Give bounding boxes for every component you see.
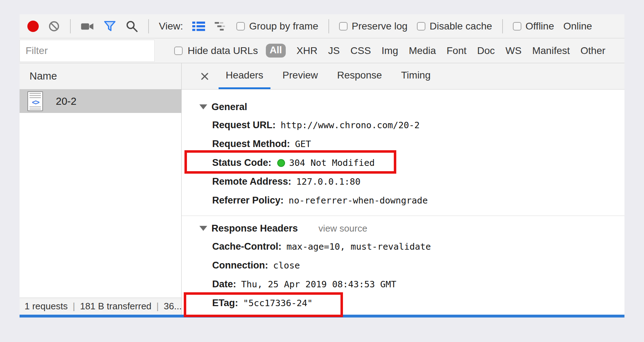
disable-cache-option[interactable]: Disable cache <box>417 21 492 32</box>
summary-separator: | <box>156 301 159 312</box>
header-row-status-code: Status Code: 304 Not Modified <box>212 153 624 172</box>
tab-preview[interactable]: Preview <box>275 63 325 89</box>
request-name: 20-2 <box>56 96 76 107</box>
filter-bar: Hide data URLs All XHR JS CSS Img Media … <box>20 38 624 63</box>
disable-cache-checkbox[interactable] <box>417 22 425 31</box>
preserve-log-checkbox[interactable] <box>339 22 348 31</box>
header-value: GET <box>295 139 311 149</box>
hide-data-urls-label: Hide data URLs <box>188 45 258 56</box>
filter-type-css[interactable]: CSS <box>350 45 371 56</box>
filter-type-xhr[interactable]: XHR <box>296 45 317 56</box>
summary-separator: | <box>73 301 75 312</box>
header-value: no-referrer-when-downgrade <box>289 195 428 206</box>
view-waterfall-icon[interactable] <box>214 21 227 32</box>
offline-label: Offline <box>526 21 554 32</box>
header-label: ETag: <box>212 298 238 309</box>
offline-checkbox[interactable] <box>513 22 521 31</box>
summary-truncated: 36... <box>164 301 181 312</box>
response-headers-section-title: Response Headers <box>211 223 298 234</box>
header-label: Referrer Policy: <box>212 195 284 206</box>
header-value: close <box>273 260 300 271</box>
clear-icon[interactable] <box>48 20 60 32</box>
header-row-referrer-policy: Referrer Policy: no-referrer-when-downgr… <box>212 191 624 210</box>
toolbar-separator <box>502 19 503 33</box>
requests-count: 1 requests <box>25 301 68 312</box>
request-row[interactable]: <> 20-2 <box>20 89 181 113</box>
header-label: Remote Address: <box>212 176 291 187</box>
network-main-area: Name <> 20-2 1 requests | 181 B transfer… <box>20 63 624 315</box>
filter-type-media[interactable]: Media <box>409 45 436 56</box>
preserve-log-label: Preserve log <box>352 21 408 32</box>
filter-type-manifest[interactable]: Manifest <box>532 45 570 56</box>
section-divider <box>182 216 624 216</box>
bottom-accent-line <box>20 315 624 317</box>
header-row-date: Date: Thu, 25 Apr 2019 08:43:53 GMT <box>212 275 624 294</box>
filter-type-font[interactable]: Font <box>447 45 467 56</box>
record-icon[interactable] <box>27 21 39 32</box>
disable-cache-label: Disable cache <box>430 21 492 32</box>
toolbar-separator <box>70 19 71 33</box>
view-list-icon[interactable] <box>192 21 205 32</box>
header-value: 304 Not Modified <box>289 158 375 168</box>
network-toolbar: View: Group by frame Preserve log <box>20 14 624 38</box>
group-by-frame-option[interactable]: Group by frame <box>236 21 318 32</box>
filter-type-all[interactable]: All <box>266 44 286 58</box>
view-label: View: <box>159 21 183 32</box>
toolbar-separator <box>328 19 329 33</box>
header-value: max-age=10, must-revalidate <box>286 241 431 252</box>
request-list-panel: Name <> 20-2 1 requests | 181 B transfer… <box>20 63 181 315</box>
header-value: http://www.chrono.com/20-2 <box>281 120 420 130</box>
filter-funnel-icon[interactable] <box>103 20 116 33</box>
header-label: Connection: <box>212 260 268 271</box>
screenshot-camera-icon[interactable] <box>81 21 94 32</box>
request-list-empty-space <box>20 113 181 298</box>
header-label: Date: <box>212 279 236 290</box>
code-brackets-glyph: <> <box>32 99 39 105</box>
header-row-connection: Connection: close <box>212 256 624 275</box>
transferred-size: 181 B transferred <box>80 301 151 312</box>
header-value: "5cc17336-24" <box>243 298 313 308</box>
general-section-header[interactable]: General <box>199 98 624 116</box>
search-icon[interactable] <box>125 20 138 33</box>
header-label: Status Code: <box>212 157 272 168</box>
offline-option[interactable]: Offline <box>513 21 554 32</box>
header-row-cache-control: Cache-Control: max-age=10, must-revalida… <box>212 237 624 256</box>
preserve-log-option[interactable]: Preserve log <box>339 21 408 32</box>
filter-type-other[interactable]: Other <box>580 45 605 56</box>
devtools-network-panel: View: Group by frame Preserve log <box>20 14 624 317</box>
close-icon[interactable] <box>196 63 214 89</box>
header-value: Thu, 25 Apr 2019 08:43:53 GMT <box>241 279 397 289</box>
filter-type-doc[interactable]: Doc <box>477 45 495 56</box>
tab-response[interactable]: Response <box>330 63 389 89</box>
filter-input[interactable] <box>20 40 155 62</box>
general-section-title: General <box>211 102 247 113</box>
headers-content: General Request URL: http://www.chrono.c… <box>182 89 624 315</box>
tab-headers[interactable]: Headers <box>219 63 270 89</box>
filter-type-ws[interactable]: WS <box>505 45 521 56</box>
view-source-link[interactable]: view source <box>318 223 367 234</box>
header-label: Request Method: <box>212 139 290 150</box>
response-headers-section-header[interactable]: Response Headers view source <box>199 219 624 237</box>
network-summary-bar: 1 requests | 181 B transferred | 36... <box>20 298 181 315</box>
group-by-frame-checkbox[interactable] <box>236 22 245 31</box>
document-icon: <> <box>27 91 43 111</box>
filter-type-img[interactable]: Img <box>382 45 398 56</box>
hide-data-urls-checkbox[interactable] <box>174 47 183 55</box>
header-row-request-url: Request URL: http://www.chrono.com/20-2 <box>212 116 624 135</box>
group-by-frame-label: Group by frame <box>249 21 318 32</box>
throttling-dropdown[interactable]: Online <box>563 21 592 32</box>
toolbar-separator <box>148 19 149 33</box>
detail-tabs: Headers Preview Response Timing <box>182 63 624 89</box>
header-row-remote-address: Remote Address: 127.0.0.1:80 <box>212 172 624 191</box>
filter-type-js[interactable]: JS <box>328 45 340 56</box>
tab-timing[interactable]: Timing <box>394 63 438 89</box>
status-green-dot-icon <box>277 159 285 167</box>
name-column-header[interactable]: Name <box>20 63 181 89</box>
header-label: Cache-Control: <box>212 241 281 252</box>
request-detail-panel: Headers Preview Response Timing General … <box>181 63 624 315</box>
header-row-request-method: Request Method: GET <box>212 135 624 153</box>
header-value: 127.0.0.1:80 <box>296 177 361 187</box>
collapse-triangle-icon[interactable] <box>199 226 207 231</box>
hide-data-urls-option[interactable]: Hide data URLs <box>174 45 258 56</box>
collapse-triangle-icon[interactable] <box>199 104 207 109</box>
